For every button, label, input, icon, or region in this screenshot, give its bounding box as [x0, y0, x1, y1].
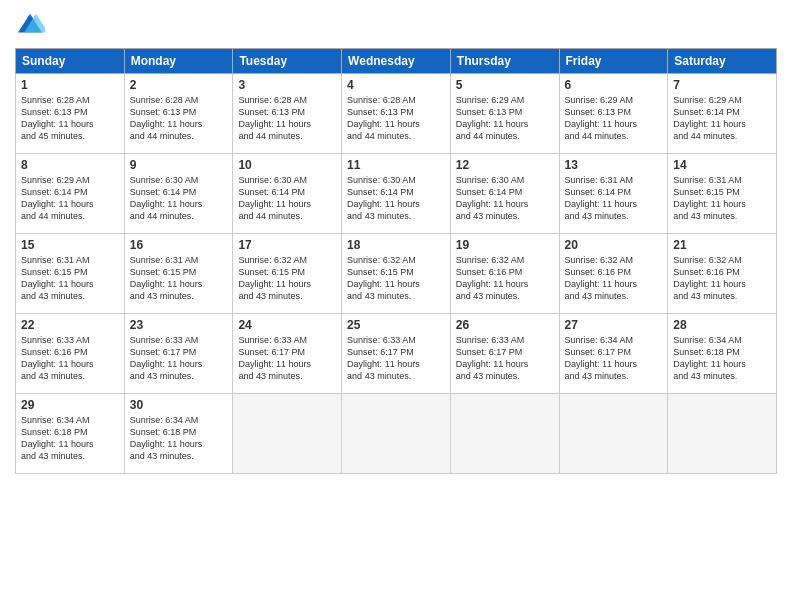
day-info: Sunrise: 6:28 AMSunset: 6:13 PMDaylight:…	[130, 94, 228, 143]
day-info: Sunrise: 6:32 AMSunset: 6:16 PMDaylight:…	[673, 254, 771, 303]
calendar-cell: 1Sunrise: 6:28 AMSunset: 6:13 PMDaylight…	[16, 74, 125, 154]
calendar-header-row: SundayMondayTuesdayWednesdayThursdayFrid…	[16, 49, 777, 74]
calendar-cell: 21Sunrise: 6:32 AMSunset: 6:16 PMDayligh…	[668, 234, 777, 314]
day-info: Sunrise: 6:28 AMSunset: 6:13 PMDaylight:…	[238, 94, 336, 143]
calendar: SundayMondayTuesdayWednesdayThursdayFrid…	[15, 48, 777, 474]
day-number: 28	[673, 318, 771, 332]
day-number: 25	[347, 318, 445, 332]
day-number: 9	[130, 158, 228, 172]
calendar-cell: 27Sunrise: 6:34 AMSunset: 6:17 PMDayligh…	[559, 314, 668, 394]
day-info: Sunrise: 6:31 AMSunset: 6:14 PMDaylight:…	[565, 174, 663, 223]
day-number: 6	[565, 78, 663, 92]
day-number: 17	[238, 238, 336, 252]
day-number: 14	[673, 158, 771, 172]
day-info: Sunrise: 6:28 AMSunset: 6:13 PMDaylight:…	[347, 94, 445, 143]
day-info: Sunrise: 6:32 AMSunset: 6:16 PMDaylight:…	[456, 254, 554, 303]
calendar-cell: 19Sunrise: 6:32 AMSunset: 6:16 PMDayligh…	[450, 234, 559, 314]
day-number: 27	[565, 318, 663, 332]
calendar-cell: 14Sunrise: 6:31 AMSunset: 6:15 PMDayligh…	[668, 154, 777, 234]
calendar-cell: 3Sunrise: 6:28 AMSunset: 6:13 PMDaylight…	[233, 74, 342, 154]
header	[15, 10, 777, 40]
calendar-cell: 12Sunrise: 6:30 AMSunset: 6:14 PMDayligh…	[450, 154, 559, 234]
day-info: Sunrise: 6:32 AMSunset: 6:16 PMDaylight:…	[565, 254, 663, 303]
day-number: 3	[238, 78, 336, 92]
day-number: 19	[456, 238, 554, 252]
calendar-cell: 15Sunrise: 6:31 AMSunset: 6:15 PMDayligh…	[16, 234, 125, 314]
calendar-cell: 23Sunrise: 6:33 AMSunset: 6:17 PMDayligh…	[124, 314, 233, 394]
day-info: Sunrise: 6:31 AMSunset: 6:15 PMDaylight:…	[130, 254, 228, 303]
calendar-cell: 2Sunrise: 6:28 AMSunset: 6:13 PMDaylight…	[124, 74, 233, 154]
day-number: 7	[673, 78, 771, 92]
day-info: Sunrise: 6:28 AMSunset: 6:13 PMDaylight:…	[21, 94, 119, 143]
day-number: 26	[456, 318, 554, 332]
calendar-cell: 17Sunrise: 6:32 AMSunset: 6:15 PMDayligh…	[233, 234, 342, 314]
calendar-cell: 9Sunrise: 6:30 AMSunset: 6:14 PMDaylight…	[124, 154, 233, 234]
calendar-cell: 29Sunrise: 6:34 AMSunset: 6:18 PMDayligh…	[16, 394, 125, 474]
day-number: 8	[21, 158, 119, 172]
calendar-cell: 10Sunrise: 6:30 AMSunset: 6:14 PMDayligh…	[233, 154, 342, 234]
day-number: 22	[21, 318, 119, 332]
calendar-cell: 16Sunrise: 6:31 AMSunset: 6:15 PMDayligh…	[124, 234, 233, 314]
calendar-cell: 22Sunrise: 6:33 AMSunset: 6:16 PMDayligh…	[16, 314, 125, 394]
col-header-tuesday: Tuesday	[233, 49, 342, 74]
day-info: Sunrise: 6:29 AMSunset: 6:13 PMDaylight:…	[456, 94, 554, 143]
calendar-week-5: 29Sunrise: 6:34 AMSunset: 6:18 PMDayligh…	[16, 394, 777, 474]
page: SundayMondayTuesdayWednesdayThursdayFrid…	[0, 0, 792, 612]
day-number: 24	[238, 318, 336, 332]
calendar-cell	[668, 394, 777, 474]
day-number: 4	[347, 78, 445, 92]
col-header-thursday: Thursday	[450, 49, 559, 74]
col-header-wednesday: Wednesday	[342, 49, 451, 74]
calendar-cell: 28Sunrise: 6:34 AMSunset: 6:18 PMDayligh…	[668, 314, 777, 394]
calendar-cell	[450, 394, 559, 474]
day-number: 20	[565, 238, 663, 252]
day-info: Sunrise: 6:34 AMSunset: 6:18 PMDaylight:…	[21, 414, 119, 463]
day-number: 5	[456, 78, 554, 92]
calendar-cell: 30Sunrise: 6:34 AMSunset: 6:18 PMDayligh…	[124, 394, 233, 474]
calendar-cell: 6Sunrise: 6:29 AMSunset: 6:13 PMDaylight…	[559, 74, 668, 154]
calendar-week-1: 1Sunrise: 6:28 AMSunset: 6:13 PMDaylight…	[16, 74, 777, 154]
day-number: 23	[130, 318, 228, 332]
day-info: Sunrise: 6:29 AMSunset: 6:13 PMDaylight:…	[565, 94, 663, 143]
calendar-week-3: 15Sunrise: 6:31 AMSunset: 6:15 PMDayligh…	[16, 234, 777, 314]
calendar-cell: 7Sunrise: 6:29 AMSunset: 6:14 PMDaylight…	[668, 74, 777, 154]
calendar-cell: 25Sunrise: 6:33 AMSunset: 6:17 PMDayligh…	[342, 314, 451, 394]
day-info: Sunrise: 6:33 AMSunset: 6:17 PMDaylight:…	[456, 334, 554, 383]
day-number: 11	[347, 158, 445, 172]
calendar-cell: 18Sunrise: 6:32 AMSunset: 6:15 PMDayligh…	[342, 234, 451, 314]
day-number: 13	[565, 158, 663, 172]
calendar-week-2: 8Sunrise: 6:29 AMSunset: 6:14 PMDaylight…	[16, 154, 777, 234]
day-number: 15	[21, 238, 119, 252]
day-info: Sunrise: 6:32 AMSunset: 6:15 PMDaylight:…	[238, 254, 336, 303]
calendar-cell: 11Sunrise: 6:30 AMSunset: 6:14 PMDayligh…	[342, 154, 451, 234]
logo	[15, 10, 49, 40]
day-number: 10	[238, 158, 336, 172]
day-info: Sunrise: 6:31 AMSunset: 6:15 PMDaylight:…	[21, 254, 119, 303]
day-info: Sunrise: 6:30 AMSunset: 6:14 PMDaylight:…	[347, 174, 445, 223]
day-info: Sunrise: 6:32 AMSunset: 6:15 PMDaylight:…	[347, 254, 445, 303]
day-info: Sunrise: 6:30 AMSunset: 6:14 PMDaylight:…	[238, 174, 336, 223]
day-info: Sunrise: 6:33 AMSunset: 6:17 PMDaylight:…	[238, 334, 336, 383]
day-info: Sunrise: 6:29 AMSunset: 6:14 PMDaylight:…	[673, 94, 771, 143]
day-number: 21	[673, 238, 771, 252]
day-info: Sunrise: 6:33 AMSunset: 6:17 PMDaylight:…	[130, 334, 228, 383]
day-info: Sunrise: 6:33 AMSunset: 6:17 PMDaylight:…	[347, 334, 445, 383]
day-info: Sunrise: 6:31 AMSunset: 6:15 PMDaylight:…	[673, 174, 771, 223]
calendar-cell: 13Sunrise: 6:31 AMSunset: 6:14 PMDayligh…	[559, 154, 668, 234]
day-info: Sunrise: 6:33 AMSunset: 6:16 PMDaylight:…	[21, 334, 119, 383]
day-number: 12	[456, 158, 554, 172]
calendar-cell: 26Sunrise: 6:33 AMSunset: 6:17 PMDayligh…	[450, 314, 559, 394]
col-header-saturday: Saturday	[668, 49, 777, 74]
col-header-friday: Friday	[559, 49, 668, 74]
day-info: Sunrise: 6:30 AMSunset: 6:14 PMDaylight:…	[130, 174, 228, 223]
day-number: 29	[21, 398, 119, 412]
day-info: Sunrise: 6:34 AMSunset: 6:17 PMDaylight:…	[565, 334, 663, 383]
day-info: Sunrise: 6:34 AMSunset: 6:18 PMDaylight:…	[673, 334, 771, 383]
calendar-week-4: 22Sunrise: 6:33 AMSunset: 6:16 PMDayligh…	[16, 314, 777, 394]
calendar-cell	[559, 394, 668, 474]
calendar-cell: 20Sunrise: 6:32 AMSunset: 6:16 PMDayligh…	[559, 234, 668, 314]
day-info: Sunrise: 6:34 AMSunset: 6:18 PMDaylight:…	[130, 414, 228, 463]
calendar-cell	[342, 394, 451, 474]
day-number: 2	[130, 78, 228, 92]
calendar-cell	[233, 394, 342, 474]
